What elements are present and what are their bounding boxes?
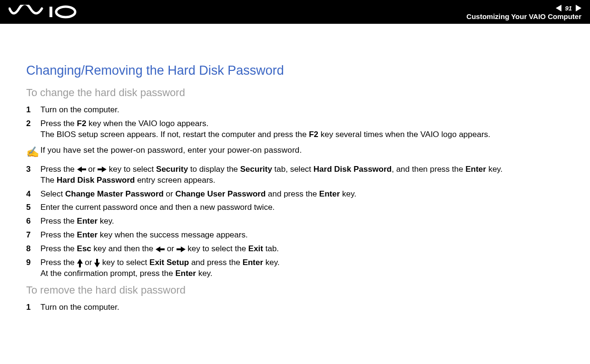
vaio-logo-svg <box>9 5 80 19</box>
svg-rect-0 <box>49 7 52 17</box>
step-6: 6 Press the Enter key. <box>26 216 564 227</box>
step-4: 4 Select Change Master Password or Chang… <box>26 189 564 200</box>
step-number: 8 <box>26 244 40 255</box>
step-number: 5 <box>26 202 40 213</box>
arrow-left-icon <box>77 167 86 172</box>
step-text: Turn on the computer. <box>40 105 564 116</box>
note-icon: ✍ <box>26 145 40 159</box>
prev-page-icon[interactable] <box>556 5 561 11</box>
step-number: 3 <box>26 164 40 186</box>
step-7: 7 Press the Enter key when the success m… <box>26 230 564 241</box>
arrow-up-icon <box>77 259 83 267</box>
page-content: Changing/Removing the Hard Disk Password… <box>0 24 590 313</box>
header-right: 91 Customizing Your VAIO Computer <box>466 4 581 20</box>
step-5: 5 Enter the current password once and th… <box>26 202 564 213</box>
step-3: 3 Press the or key to select Security to… <box>26 164 564 186</box>
step-9: 9 Press the or key to select Exit Setup … <box>26 257 564 279</box>
step-number: 1 <box>26 105 40 116</box>
step-number: 6 <box>26 216 40 227</box>
vaio-logo <box>9 5 80 19</box>
section-title: Customizing Your VAIO Computer <box>466 12 581 20</box>
arrow-down-icon <box>94 259 100 267</box>
step-number: 9 <box>26 257 40 279</box>
step-number: 1 <box>26 302 40 313</box>
page-title: Changing/Removing the Hard Disk Password <box>26 62 564 79</box>
subsection-1-title: To change the hard disk password <box>26 86 564 100</box>
step-text: Press the or key to select Security to d… <box>40 164 564 186</box>
step-8: 8 Press the Esc key and then the or key … <box>26 244 564 255</box>
next-page-icon[interactable] <box>576 5 581 11</box>
note-callout: ✍ If you have set the power-on password,… <box>26 145 564 159</box>
step-number: 4 <box>26 189 40 200</box>
page-header: 91 Customizing Your VAIO Computer <box>0 0 590 24</box>
step-number: 2 <box>26 118 40 140</box>
note-text: If you have set the power-on password, e… <box>40 145 302 159</box>
step-text: Enter the current password once and then… <box>40 202 564 213</box>
step-text: Select Change Master Password or Change … <box>40 189 564 200</box>
step-1: 1 Turn on the computer. <box>26 105 564 116</box>
step-2: 2 Press the F2 key when the VAIO logo ap… <box>26 118 564 140</box>
step-text: Press the F2 key when the VAIO logo appe… <box>40 118 564 140</box>
svg-point-1 <box>56 7 75 17</box>
step-text: Press the Enter key. <box>40 216 564 227</box>
step-text: Press the Enter key when the success mes… <box>40 230 564 241</box>
step-text: Press the Esc key and then the or key to… <box>40 244 564 255</box>
page-nav: 91 <box>466 4 581 12</box>
step-1b: 1 Turn on the computer. <box>26 302 564 313</box>
page-number: 91 <box>563 5 574 12</box>
arrow-right-icon <box>177 246 186 252</box>
subsection-2-title: To remove the hard disk password <box>26 283 564 297</box>
arrow-right-icon <box>98 167 107 172</box>
step-text: Turn on the computer. <box>40 302 564 313</box>
step-number: 7 <box>26 230 40 241</box>
step-text: Press the or key to select Exit Setup an… <box>40 257 564 279</box>
arrow-left-icon <box>156 246 165 252</box>
